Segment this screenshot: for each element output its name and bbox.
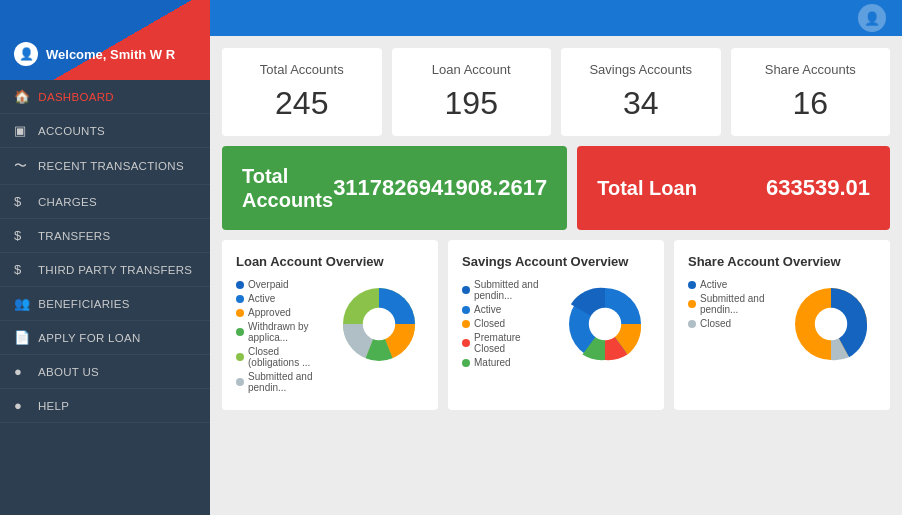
savings-pie-svg — [560, 279, 650, 369]
sidebar-item-apply-for-loan[interactable]: 📄 APPLY FOR LOAN — [0, 321, 210, 355]
sidebar-item-label: ABOUT US — [38, 366, 99, 378]
legend-dot — [688, 300, 696, 308]
legend-dot — [236, 295, 244, 303]
sidebar-item-dashboard[interactable]: 🏠 DASHBOARD — [0, 80, 210, 114]
stat-share-label: Share Accounts — [747, 62, 875, 77]
sidebar-item-label: DASHBOARD — [38, 91, 114, 103]
totals-row: TotalAccounts 3117826941908.2617 Total L… — [222, 146, 890, 230]
share-pie-svg — [786, 279, 876, 369]
stat-loan-label: Loan Account — [408, 62, 536, 77]
sidebar-item-label: RECENT TRANSACTIONS — [38, 160, 184, 172]
legend-dot — [236, 328, 244, 336]
legend-item: Submitted and pendin... — [236, 371, 326, 393]
legend-item: Withdrawn by applica... — [236, 321, 326, 343]
sidebar-item-label: HELP — [38, 400, 69, 412]
stat-total-accounts: Total Accounts 245 — [222, 48, 382, 136]
total-accounts-value: 3117826941908.2617 — [333, 175, 547, 201]
stat-share-accounts: Share Accounts 16 — [731, 48, 891, 136]
sidebar-item-label: APPLY FOR LOAN — [38, 332, 140, 344]
sidebar-item-beneficiaries[interactable]: 👥 BENEFICIARIES — [0, 287, 210, 321]
third-party-icon: $ — [14, 262, 30, 277]
svg-point-3 — [589, 308, 621, 340]
legend-item: Active — [236, 293, 326, 304]
savings-chart-content: Submitted and pendin... Active Closed — [462, 279, 650, 371]
share-chart-card: Share Account Overview Active Submitted … — [674, 240, 890, 410]
stats-row: Total Accounts 245 Loan Account 195 Savi… — [222, 48, 890, 136]
stat-total-accounts-value: 245 — [238, 85, 366, 122]
stat-loan-account: Loan Account 195 — [392, 48, 552, 136]
legend-item: Closed (obligations ... — [236, 346, 326, 368]
svg-point-5 — [815, 308, 847, 340]
beneficiaries-icon: 👥 — [14, 296, 30, 311]
stat-savings-label: Savings Accounts — [577, 62, 705, 77]
legend-item: Active — [462, 304, 552, 315]
sidebar-item-charges[interactable]: $ CHARGES — [0, 185, 210, 219]
loan-chart-title: Loan Account Overview — [236, 254, 424, 269]
charts-row: Loan Account Overview Overpaid Active — [222, 240, 890, 410]
total-accounts-card: TotalAccounts 3117826941908.2617 — [222, 146, 567, 230]
legend-dot — [688, 281, 696, 289]
savings-pie-chart — [560, 279, 650, 369]
transfers-icon: $ — [14, 228, 30, 243]
savings-chart-card: Savings Account Overview Submitted and p… — [448, 240, 664, 410]
sidebar-item-help[interactable]: ● HELP — [0, 389, 210, 423]
legend-dot — [462, 359, 470, 367]
svg-point-1 — [363, 308, 395, 340]
legend-dot — [462, 339, 470, 347]
total-loan-label: Total Loan — [597, 176, 697, 200]
share-chart-title: Share Account Overview — [688, 254, 876, 269]
sidebar-item-accounts[interactable]: ▣ ACCOUNTS — [0, 114, 210, 148]
sidebar-item-transfers[interactable]: $ TRANSFERS — [0, 219, 210, 253]
charges-icon: $ — [14, 194, 30, 209]
total-accounts-label: TotalAccounts — [242, 164, 333, 212]
sidebar-item-label: TRANSFERS — [38, 230, 110, 242]
sidebar-item-third-party-transfers[interactable]: $ THIRD PARTY TRANSFERS — [0, 253, 210, 287]
stat-loan-value: 195 — [408, 85, 536, 122]
sidebar: 👤 Welcome, Smith W R 🏠 DASHBOARD ▣ ACCOU… — [0, 0, 210, 515]
legend-dot — [462, 306, 470, 314]
transactions-icon: 〜 — [14, 157, 30, 175]
sidebar-item-recent-transactions[interactable]: 〜 RECENT TRANSACTIONS — [0, 148, 210, 185]
legend-item: Approved — [236, 307, 326, 318]
sidebar-nav: 🏠 DASHBOARD ▣ ACCOUNTS 〜 RECENT TRANSACT… — [0, 80, 210, 423]
stat-savings-accounts: Savings Accounts 34 — [561, 48, 721, 136]
legend-item: Overpaid — [236, 279, 326, 290]
sidebar-item-label: ACCOUNTS — [38, 125, 105, 137]
top-bar-avatar[interactable]: 👤 — [858, 4, 886, 32]
legend-dot — [236, 378, 244, 386]
loan-icon: 📄 — [14, 330, 30, 345]
user-welcome: Welcome, Smith W R — [46, 47, 175, 62]
share-chart-content: Active Submitted and pendin... Closed — [688, 279, 876, 369]
user-info: 👤 Welcome, Smith W R — [14, 42, 175, 66]
loan-chart-card: Loan Account Overview Overpaid Active — [222, 240, 438, 410]
legend-dot — [462, 286, 470, 294]
legend-dot — [236, 281, 244, 289]
legend-dot — [462, 320, 470, 328]
stat-share-value: 16 — [747, 85, 875, 122]
loan-chart-content: Overpaid Active Approved Withdrawn — [236, 279, 424, 396]
legend-item: Premature Closed — [462, 332, 552, 354]
sidebar-header: 👤 Welcome, Smith W R — [0, 0, 210, 80]
top-bar: 👤 — [210, 0, 902, 36]
share-chart-legend: Active Submitted and pendin... Closed — [688, 279, 778, 332]
legend-dot — [688, 320, 696, 328]
accounts-icon: ▣ — [14, 123, 30, 138]
loan-pie-chart — [334, 279, 424, 369]
sidebar-item-label: BENEFICIARIES — [38, 298, 129, 310]
loan-chart-legend: Overpaid Active Approved Withdrawn — [236, 279, 326, 396]
sidebar-item-label: CHARGES — [38, 196, 97, 208]
legend-item: Active — [688, 279, 778, 290]
legend-dot — [236, 353, 244, 361]
sidebar-item-label: THIRD PARTY TRANSFERS — [38, 264, 192, 276]
main-content: 👤 Total Accounts 245 Loan Account 195 Sa… — [210, 0, 902, 515]
loan-pie-svg — [334, 279, 424, 369]
total-loan-value: 633539.01 — [766, 175, 870, 201]
savings-chart-title: Savings Account Overview — [462, 254, 650, 269]
share-pie-chart — [786, 279, 876, 369]
about-icon: ● — [14, 364, 30, 379]
legend-item: Matured — [462, 357, 552, 368]
sidebar-item-about-us[interactable]: ● ABOUT US — [0, 355, 210, 389]
legend-item: Submitted and pendin... — [688, 293, 778, 315]
legend-item: Closed — [462, 318, 552, 329]
avatar: 👤 — [14, 42, 38, 66]
